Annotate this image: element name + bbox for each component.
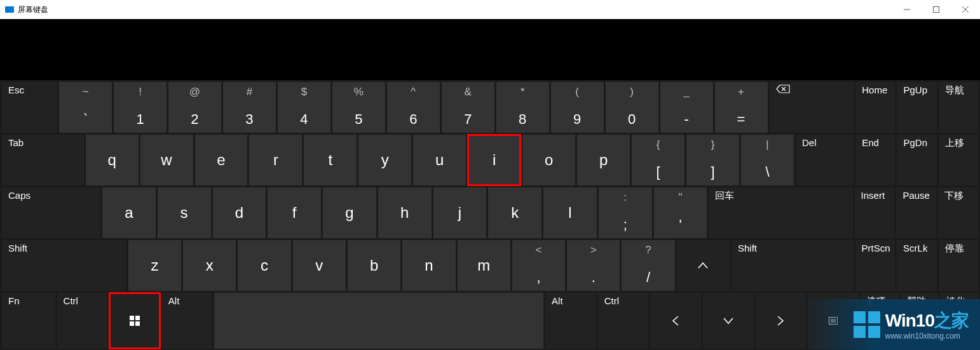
key-u[interactable]: u: [413, 135, 466, 185]
chevron-right-icon: [777, 315, 784, 326]
key-alt-right[interactable]: Alt: [545, 293, 596, 349]
chevron-down-icon: [723, 317, 734, 325]
key-windows[interactable]: [109, 293, 160, 349]
key-equals[interactable]: +=: [715, 82, 768, 133]
row-4: Shift z x c v b n m <, >. ?/ Shift PrtSc…: [0, 240, 980, 291]
key-del[interactable]: Del: [796, 135, 854, 185]
key-esc[interactable]: Esc: [2, 82, 57, 133]
key-movedown[interactable]: 下移: [938, 187, 978, 238]
key-space[interactable]: [214, 293, 543, 349]
key-moveup[interactable]: 上移: [939, 135, 978, 185]
key-shift-right[interactable]: Shift: [732, 240, 854, 291]
key-b[interactable]: b: [348, 240, 400, 291]
key-period[interactable]: >.: [567, 240, 620, 291]
key-home[interactable]: Home: [855, 82, 895, 133]
window-controls: [892, 0, 980, 19]
key-fn[interactable]: Fn: [2, 293, 55, 349]
key-bracket-left[interactable]: {[: [632, 135, 684, 185]
key-ctrl-right[interactable]: Ctrl: [598, 293, 649, 349]
key-7[interactable]: &7: [442, 82, 494, 133]
key-k[interactable]: k: [488, 187, 541, 238]
key-prtscn[interactable]: PrtScn: [855, 240, 895, 291]
key-6[interactable]: ^6: [387, 82, 440, 133]
chevron-left-icon: [672, 315, 679, 326]
key-z[interactable]: z: [128, 240, 181, 291]
key-tab[interactable]: Tab: [2, 135, 84, 185]
key-backtick[interactable]: ~`: [59, 82, 112, 133]
key-scrlk[interactable]: ScrLk: [897, 240, 936, 291]
key-nav[interactable]: 导航: [939, 82, 978, 133]
key-n[interactable]: n: [402, 240, 455, 291]
key-x[interactable]: x: [183, 240, 236, 291]
key-slash[interactable]: ?/: [622, 240, 674, 291]
key-t[interactable]: t: [304, 135, 357, 185]
key-v[interactable]: v: [293, 240, 346, 291]
key-j[interactable]: j: [433, 187, 487, 238]
key-bracket-right[interactable]: }]: [686, 135, 739, 185]
key-minus[interactable]: _-: [660, 82, 713, 133]
windows-icon: [130, 316, 140, 326]
key-i[interactable]: i: [468, 135, 521, 185]
key-m[interactable]: m: [458, 240, 510, 291]
key-h[interactable]: h: [378, 187, 432, 238]
key-shift-left[interactable]: Shift: [2, 240, 126, 291]
key-left[interactable]: [650, 293, 701, 349]
key-e[interactable]: e: [195, 135, 248, 185]
key-2[interactable]: @2: [168, 82, 221, 133]
maximize-button[interactable]: [922, 0, 951, 19]
key-g[interactable]: g: [323, 187, 376, 238]
key-q[interactable]: q: [86, 135, 139, 185]
key-c[interactable]: c: [238, 240, 290, 291]
watermark: Win10之家 www.win10xitong.com: [803, 299, 980, 350]
keyboard-area: Esc ~` !1 @2 #3 $4 %5 ^6 &7 *8 (9 )0 _- …: [0, 19, 980, 350]
key-3[interactable]: #3: [223, 82, 276, 133]
key-0[interactable]: )0: [606, 82, 658, 133]
key-semicolon[interactable]: :;: [599, 187, 652, 238]
key-insert[interactable]: Insert: [855, 187, 895, 238]
key-a[interactable]: a: [102, 187, 156, 238]
backspace-icon: [776, 84, 790, 93]
key-1[interactable]: !1: [114, 82, 167, 133]
svg-rect-1: [934, 7, 939, 13]
key-down[interactable]: [703, 293, 754, 349]
key-9[interactable]: (9: [551, 82, 604, 133]
chevron-up-icon: [697, 262, 709, 269]
key-alt-left[interactable]: Alt: [162, 293, 213, 349]
app-icon: [5, 6, 14, 13]
key-caps[interactable]: Caps: [2, 187, 100, 238]
key-quote[interactable]: "': [654, 187, 707, 238]
key-right[interactable]: [756, 293, 806, 349]
key-dock[interactable]: 停靠: [939, 240, 978, 291]
row-3: Caps a s d f g h j k l :; "' 回车 Insert P…: [0, 187, 980, 238]
key-l[interactable]: l: [543, 187, 597, 238]
key-o[interactable]: o: [522, 135, 575, 185]
watermark-logo-icon: [854, 311, 880, 338]
key-up[interactable]: [677, 240, 730, 291]
minimize-button[interactable]: [892, 0, 922, 19]
key-end[interactable]: End: [855, 135, 895, 185]
key-4[interactable]: $4: [278, 82, 330, 133]
key-8[interactable]: *8: [496, 82, 549, 133]
key-backslash[interactable]: |\: [741, 135, 794, 185]
key-pgup[interactable]: PgUp: [897, 82, 936, 133]
row-1: Esc ~` !1 @2 #3 $4 %5 ^6 &7 *8 (9 )0 _- …: [0, 82, 980, 133]
key-5[interactable]: %5: [332, 82, 385, 133]
key-p[interactable]: p: [577, 135, 630, 185]
key-pgdn[interactable]: PgDn: [897, 135, 936, 185]
key-ctrl-left[interactable]: Ctrl: [57, 293, 108, 349]
key-enter[interactable]: 回车: [709, 187, 852, 238]
key-f[interactable]: f: [268, 187, 321, 238]
row-2: Tab q w e r t y u i o p {[ }] |\ Del End…: [0, 135, 980, 185]
key-comma[interactable]: <,: [512, 240, 565, 291]
close-button[interactable]: [951, 0, 980, 19]
watermark-text: Win10之家 www.win10xitong.com: [885, 309, 969, 340]
key-d[interactable]: d: [213, 187, 266, 238]
title-left: 屏幕键盘: [0, 4, 48, 15]
key-w[interactable]: w: [140, 135, 193, 185]
key-s[interactable]: s: [158, 187, 211, 238]
key-backspace[interactable]: [770, 82, 854, 133]
titlebar: 屏幕键盘: [0, 0, 980, 19]
key-r[interactable]: r: [249, 135, 302, 185]
key-pause[interactable]: Pause: [896, 187, 936, 238]
key-y[interactable]: y: [358, 135, 411, 185]
